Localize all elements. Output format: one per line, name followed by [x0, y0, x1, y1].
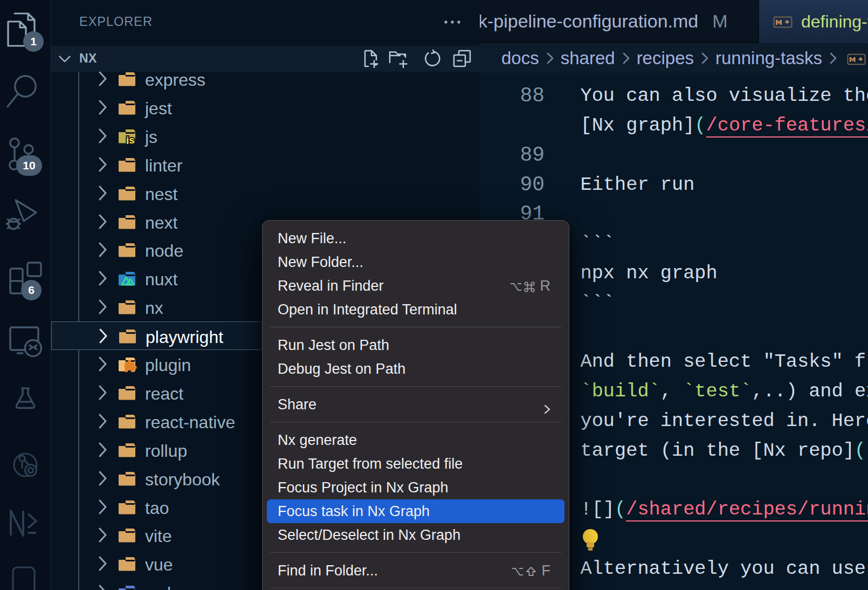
svg-text:js: js [126, 134, 135, 144]
